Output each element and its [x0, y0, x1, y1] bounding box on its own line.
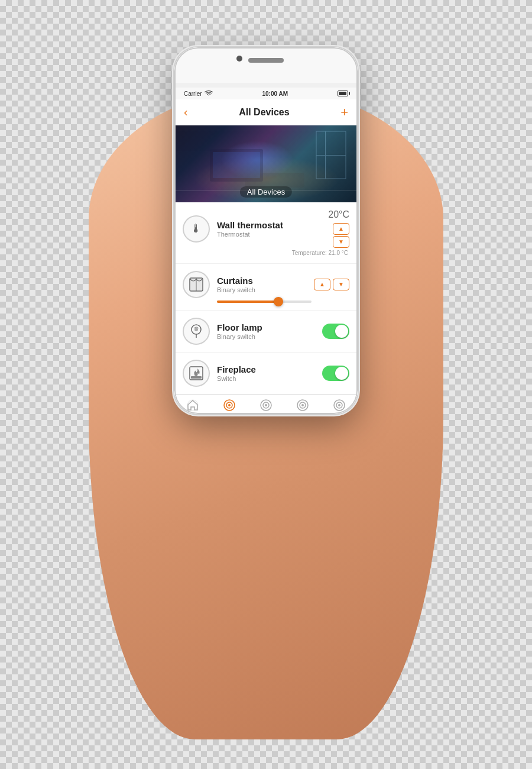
device-fireplace: Fireplace Switch [174, 353, 358, 395]
curtains-slider-thumb[interactable] [274, 297, 283, 306]
temperature-label: Temperature: [292, 250, 327, 256]
app-header: ‹ All Devices + [174, 99, 358, 125]
thermostat-info: Wall thermostat Thermostat [217, 220, 328, 238]
svg-point-25 [301, 404, 304, 406]
thermostat-sub: Thermostat [217, 231, 328, 238]
curtains-icon [189, 277, 204, 292]
wifi-icon [205, 90, 213, 98]
curtains-name: Curtains [217, 276, 314, 286]
floor-lamp-toggle[interactable] [322, 324, 349, 339]
hero-label: All Devices [240, 186, 292, 198]
floor-lamp-icon-wrap [183, 318, 210, 345]
thermostat-icon: 🌡 [190, 222, 202, 235]
curtains-top-row: Curtains Binary switch ▲ ▼ [183, 271, 349, 298]
floor-lamp-icon [189, 324, 204, 339]
device-floor-lamp: Floor lamp Binary switch [174, 311, 358, 353]
svg-point-19 [228, 404, 231, 406]
thermostat-controls: 20°C ▲ ▼ [328, 209, 349, 248]
svg-point-16 [187, 400, 198, 411]
carrier-label: Carrier [184, 91, 202, 97]
back-button[interactable]: ‹ [184, 105, 188, 119]
temp-down-button[interactable]: ▼ [333, 236, 349, 248]
curtain-up-button[interactable]: ▲ [314, 279, 330, 290]
automation-nav-icon [296, 399, 309, 414]
svg-point-13 [194, 328, 198, 331]
svg-rect-6 [213, 152, 260, 178]
fireplace-info: Fireplace Switch [217, 364, 322, 382]
device-curtains: Curtains Binary switch ▲ ▼ [174, 264, 358, 311]
svg-point-22 [265, 404, 267, 406]
svg-rect-9 [190, 278, 196, 291]
curtains-icon-wrap [183, 271, 210, 298]
fireplace-name: Fireplace [217, 364, 322, 374]
fireplace-toggle[interactable] [322, 366, 349, 381]
svg-rect-10 [196, 278, 202, 291]
temperature-unit: °C [342, 250, 348, 256]
temp-up-button[interactable]: ▲ [333, 223, 349, 235]
curtain-down-button[interactable]: ▼ [333, 279, 349, 290]
curtains-slider-track[interactable] [217, 301, 312, 303]
status-left: Carrier [184, 90, 213, 98]
temperature-current: 21.0 [329, 250, 340, 256]
thermostat-temp-value: 20°C [328, 209, 349, 220]
scenes-nav-icon [259, 399, 273, 414]
svg-rect-3 [316, 155, 346, 156]
battery-icon [338, 91, 348, 96]
thermostat-temp-row: Temperature: 21.0 °C [183, 250, 349, 256]
settings-nav-icon [333, 399, 346, 414]
curtains-slider-fill [217, 301, 278, 303]
battery-fill [339, 92, 346, 95]
front-camera [236, 56, 242, 62]
header-title: All Devices [239, 107, 289, 118]
phone-device: Carrier 10:00 AM ‹ All D [174, 47, 358, 414]
thermostat-name: Wall thermostat [217, 220, 328, 230]
hero-banner: All Devices [174, 125, 358, 202]
curtains-chevrons: ▲ ▼ [314, 279, 349, 290]
floor-lamp-info: Floor lamp Binary switch [217, 322, 322, 340]
nav-scenes[interactable]: Scenes [248, 399, 284, 414]
thermostat-icon-wrap: 🌡 [183, 215, 210, 243]
floor-lamp-sub: Binary switch [217, 333, 322, 340]
nav-automation[interactable]: Automation [284, 399, 321, 414]
curtains-sub: Binary switch [217, 286, 314, 293]
phone-top-bar [174, 47, 358, 83]
status-time: 10:00 AM [262, 91, 288, 97]
svg-point-28 [338, 404, 340, 406]
curtains-slider-row [217, 301, 349, 303]
curtains-info: Curtains Binary switch [217, 276, 314, 293]
fireplace-icon [189, 366, 204, 381]
scene-wrapper: Carrier 10:00 AM ‹ All D [59, 30, 473, 739]
fireplace-icon-wrap [183, 360, 210, 387]
control-nav-icon [223, 399, 236, 414]
device-list: 🌡 Wall thermostat Thermostat 20°C ▲ ▼ [174, 202, 358, 395]
status-right [338, 91, 348, 96]
bottom-navigation: Home Control [174, 395, 358, 414]
floor-lamp-name: Floor lamp [217, 322, 322, 332]
device-thermostat: 🌡 Wall thermostat Thermostat 20°C ▲ ▼ [174, 202, 358, 264]
add-device-button[interactable]: + [340, 106, 348, 119]
home-nav-icon [186, 399, 199, 414]
status-bar: Carrier 10:00 AM [174, 88, 358, 99]
phone-speaker [248, 58, 284, 63]
nav-control[interactable]: Control [211, 399, 248, 414]
thermostat-chevron-pair: ▲ ▼ [333, 223, 349, 248]
fireplace-sub: Switch [217, 375, 322, 382]
svg-rect-15 [191, 376, 202, 379]
